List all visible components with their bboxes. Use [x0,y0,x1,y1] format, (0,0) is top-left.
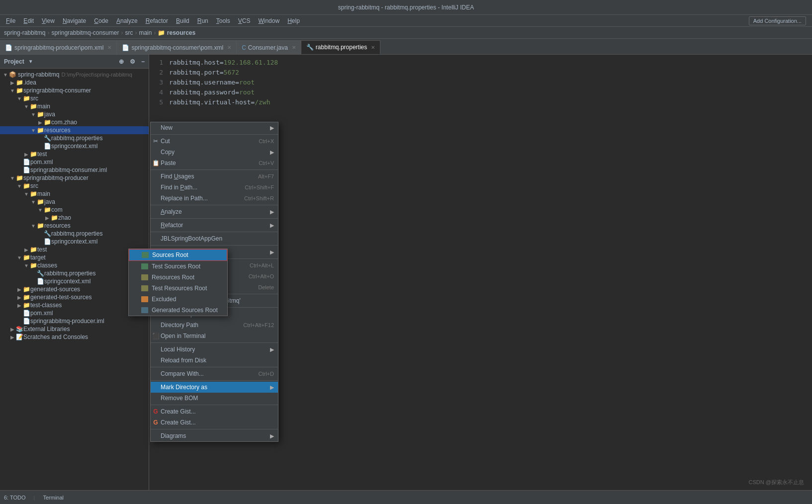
breadcrumb-item-2[interactable]: springrabbitmq-consumer [51,29,119,36]
ctx-item-remove-bom[interactable]: Remove BOM [151,393,278,404]
menu-file[interactable]: File [2,16,19,25]
breadcrumb-item-5[interactable]: 📁 resources [158,29,195,36]
tree-item-ext-libs[interactable]: ▶ 📚 External Libraries [0,325,149,333]
menu-view[interactable]: View [38,16,59,25]
tree-item-producer-iml[interactable]: 📄 springrabbitmq-producer.iml [0,317,149,325]
tab-consumer-java-label: Consumer.java [248,44,288,51]
tree-item-scratches[interactable]: ▶ 📝 Scratches and Consoles [0,333,149,341]
ctx-item-find-in-path[interactable]: Find in Path... Ctrl+Shift+F [151,182,278,193]
tree-item-target[interactable]: ▼ 📁 target [0,253,149,261]
sidebar-scope-icon[interactable]: ⊕ [119,58,124,65]
tree-item-classes-rabbitmq[interactable]: 🔧 rabbitmq.properties [0,269,149,277]
tree-item-springcontext[interactable]: 📄 springcontext.xml [0,142,149,150]
tree-item-test-classes[interactable]: ▶ 📁 test-classes [0,301,149,309]
menu-run[interactable]: Run [193,16,212,25]
tree-item-classes-springcontext[interactable]: 📄 springcontext.xml [0,277,149,285]
tree-item-producer-main[interactable]: ▼ 📁 main [0,190,149,198]
tree-item-generated-test-sources[interactable]: ▶ 📁 generated-test-sources [0,293,149,301]
menu-analyze[interactable]: Analyze [112,16,142,25]
tree-item-producer-java[interactable]: ▼ 📁 java [0,198,149,206]
tab-producer-pom-close[interactable]: ✕ [107,45,111,50]
tab-rabbitmq-props-close[interactable]: ✕ [371,45,375,50]
tab-producer-pom-label: springrabbitmq-producer\pom.xml [14,44,103,51]
menu-build[interactable]: Build [172,16,193,25]
sub-item-sources-root[interactable]: Sources Root [129,249,227,261]
tab-consumer-pom-close[interactable]: ✕ [227,45,231,50]
sidebar-minimize-icon[interactable]: − [141,58,145,65]
ctx-item-jbl-spring[interactable]: JBLSpringBootAppGen [151,233,278,244]
ctx-item-refactor[interactable]: Refactor ▶ [151,220,278,231]
tree-item-consumer-iml[interactable]: 📄 springrabbitmq-consumer.iml [0,166,149,174]
menu-vcs[interactable]: VCS [234,16,255,25]
ctx-item-copy[interactable]: Copy ▶ [151,147,278,158]
sub-item-excluded[interactable]: Excluded [129,294,227,305]
tree-item-consumer-java[interactable]: ▼ 📁 java [0,110,149,118]
tree-item-zhao[interactable]: ▶ 📁 zhao [0,214,149,222]
ctx-item-diagrams[interactable]: Diagrams ▶ [151,430,278,441]
menu-help[interactable]: Help [283,16,304,25]
ctx-item-mark-directory[interactable]: Mark Directory as ▶ [151,382,278,393]
tree-item-consumer-main[interactable]: ▼ 📁 main [0,102,149,110]
menu-refactor[interactable]: Refactor [142,16,172,25]
code-line-5: 5 rabbitmq.virtual-host=/zwh [149,98,812,108]
sub-item-test-resources-root[interactable]: Test Resources Root [129,283,227,294]
breadcrumb-item-3[interactable]: src [125,29,133,36]
tab-producer-pom[interactable]: 📄 springrabbitmq-producer\pom.xml ✕ [0,40,117,54]
breadcrumb-sep-2: › [121,29,123,36]
tree-item-producer-rabbitmq-props[interactable]: 🔧 rabbitmq.properties [0,230,149,238]
ctx-sep-4 [151,218,278,219]
tab-consumer-java[interactable]: C Consumer.java ✕ [237,40,301,54]
tree-item-producer-test[interactable]: ▶ 📁 test [0,246,149,253]
tab-consumer-java-close[interactable]: ✕ [292,45,296,50]
tree-item-classes[interactable]: ▼ 📁 classes [0,261,149,269]
tree-item-consumer[interactable]: ▼ 📁 springrabbitmq-consumer [0,86,149,94]
status-todo[interactable]: 6: TODO [4,495,26,501]
tree-item-producer-resources[interactable]: ▼ 📁 resources [0,222,149,230]
add-configuration-button[interactable]: Add Configuration... [749,16,806,25]
sidebar-settings-icon[interactable]: ⚙ [130,58,135,65]
ctx-item-analyze[interactable]: Analyze ▶ [151,206,278,217]
tab-rabbitmq-props[interactable]: 🔧 rabbitmq.properties ✕ [301,40,380,54]
ctx-item-replace-in-path[interactable]: Replace in Path... Ctrl+Shift+R [151,193,278,204]
sub-item-resources-root[interactable]: Resources Root [129,272,227,283]
tree-item-resources[interactable]: ▼ 📁 resources [0,126,149,134]
tree-item-com[interactable]: ▼ 📁 com [0,206,149,214]
tree-item-rabbitmq-props[interactable]: 🔧 rabbitmq.properties [0,134,149,142]
ctx-item-local-history[interactable]: Local History ▶ [151,344,278,355]
tree-item-producer-src[interactable]: ▼ 📁 src [0,182,149,190]
sub-item-generated-sources-root[interactable]: Generated Sources Root [129,305,227,316]
tree-item-generated-sources[interactable]: ▶ 📁 generated-sources [0,285,149,293]
menu-window[interactable]: Window [254,16,283,25]
tree-item-producer-springcontext[interactable]: 📄 springcontext.xml [0,238,149,246]
breadcrumb-item-1[interactable]: spring-rabbitmq [4,29,45,36]
tree-item-producer[interactable]: ▼ 📁 springrabbitmq-producer [0,174,149,182]
tab-consumer-pom[interactable]: 📄 springrabbitmq-consumer\pom.xml ✕ [117,40,237,54]
tree-item-consumer-test[interactable]: ▶ 📁 test [0,150,149,158]
tree-icon-consumer-iml: 📄 [23,167,30,173]
tree-item-com-zhao[interactable]: ▶ 📁 com.zhao [0,118,149,126]
status-terminal[interactable]: Terminal [43,495,64,501]
ctx-item-paste[interactable]: 📋 Paste Ctrl+V [151,158,278,168]
ctx-item-open-terminal[interactable]: ⬛ Open in Terminal [151,331,278,341]
ctx-sep-14 [151,429,278,429]
ctx-item-directory-path[interactable]: Directory Path Ctrl+Alt+F12 [151,320,278,331]
tree-item-idea[interactable]: ▶ 📁 .idea [0,79,149,86]
breadcrumb-item-4[interactable]: main [139,29,152,36]
tree-item-producer-pom[interactable]: 📄 pom.xml [0,309,149,317]
tree-item-spring-rabbitmq[interactable]: ▼ 📦 spring-rabbitmq D:\myProject\spring-… [0,71,149,79]
ctx-item-cut[interactable]: ✂ Cut Ctrl+X [151,136,278,147]
ctx-item-new[interactable]: New ▶ [151,122,278,133]
menu-code[interactable]: Code [90,16,112,25]
ctx-item-create-gist-2[interactable]: G Create Gist... [151,417,278,428]
tree-item-consumer-src[interactable]: ▼ 📁 src [0,94,149,102]
sidebar-dropdown-icon[interactable]: ▼ [28,59,33,64]
menu-navigate[interactable]: Navigate [59,16,90,25]
menu-tools[interactable]: Tools [212,16,234,25]
tree-item-consumer-pom[interactable]: 📄 pom.xml [0,158,149,166]
ctx-item-reload-from-disk[interactable]: Reload from Disk [151,355,278,366]
sub-item-test-sources-root[interactable]: Test Sources Root [129,261,227,272]
menu-edit[interactable]: Edit [19,16,38,25]
ctx-item-compare-with[interactable]: Compare With... Ctrl+D [151,368,278,379]
ctx-item-find-usages[interactable]: Find Usages Alt+F7 [151,171,278,182]
ctx-item-create-gist-1[interactable]: G Create Gist... [151,406,278,417]
